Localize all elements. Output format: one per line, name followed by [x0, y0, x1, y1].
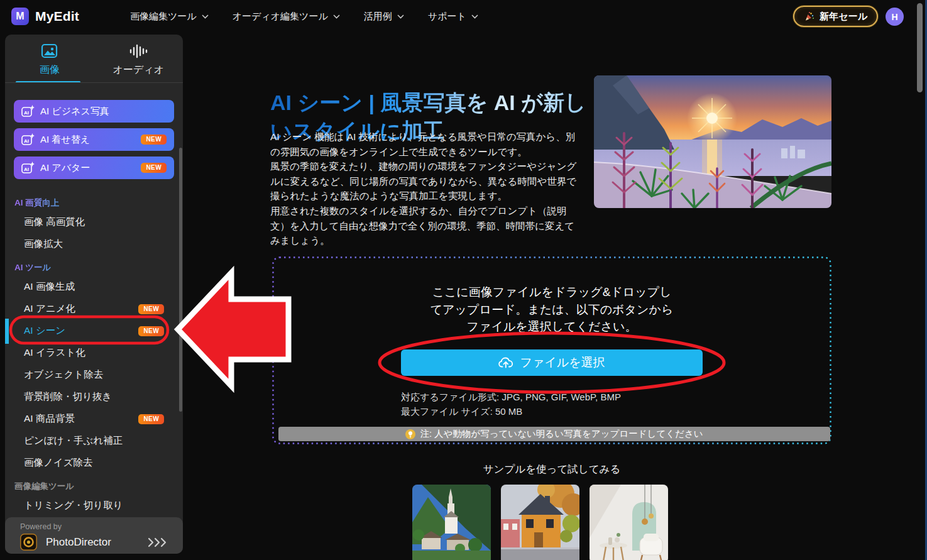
sidebar-item-denoise[interactable]: 画像ノイズ除去 [5, 452, 183, 474]
upload-note-bar: 注: 人や動物が写っていない明るい写真をアップロードしてください [278, 427, 830, 441]
promo-ai-outfit[interactable]: AI AI 着せ替え NEW [14, 128, 174, 151]
nav-item-audio-tools[interactable]: オーディオ編集ツール [233, 11, 340, 23]
tab-image[interactable]: 画像 [5, 35, 94, 83]
sidebar-item-product-bg[interactable]: AI 商品背景 NEW [5, 408, 183, 430]
svg-text:AI: AI [24, 138, 29, 144]
sidebar-item-crop[interactable]: トリミング・切り取り [5, 495, 183, 517]
tab-audio[interactable]: オーディオ [94, 35, 184, 83]
sidebar-item-ai-anime[interactable]: AI アニメ化 NEW [5, 298, 183, 320]
page-scrollbar[interactable] [917, 3, 923, 92]
nav-menus: 画像編集ツール オーディオ編集ツール 活用例 サポート [130, 0, 478, 33]
new-badge: NEW [138, 414, 164, 424]
chevron-down-icon [333, 14, 340, 19]
photodirector-icon [20, 534, 37, 551]
promo-ai-avatar[interactable]: AI AI アバター NEW [14, 156, 174, 179]
new-badge: NEW [138, 326, 164, 336]
new-year-sale-button[interactable]: 新年セール [793, 6, 878, 27]
svg-text:AI: AI [24, 110, 29, 116]
hero-image-sunset-beach [594, 75, 831, 208]
sidebar-tabs: 画像 オーディオ [5, 35, 183, 83]
brand-name: MyEdit [35, 9, 79, 24]
sidebar-item-deblur[interactable]: ピンぼけ・手ぶれ補正 [5, 430, 183, 452]
sidebar-item-bg-removal[interactable]: 背景削除・切り抜き [5, 386, 183, 408]
powered-by-label: Powered by [20, 522, 183, 531]
promo-ai-business-photo[interactable]: AI AI ビジネス写真 [14, 100, 174, 123]
section-list-ai-quality: 画像 高画質化 画像拡大 [5, 211, 183, 255]
promo-buttons: AI AI ビジネス写真 AI AI 着せ替え NEW AI AI アバター N… [14, 100, 174, 179]
dropzone-instructions: ここに画像ファイルをドラッグ&ドロップし てアップロード。または、以下のボタンか… [272, 283, 831, 336]
active-item-indicator [5, 319, 9, 344]
description-paragraph: AI シーン 機能は AI 技術により、元となる風景や日常の写真から、別の雰囲気… [270, 129, 584, 159]
sample-image-alpine-village[interactable] [412, 485, 491, 560]
nav-item-image-tools[interactable]: 画像編集ツール [130, 11, 209, 23]
sample-image-interior-arch[interactable] [590, 485, 668, 560]
section-title-ai-quality: AI 画質向上 [14, 197, 59, 207]
sidebar-scrollbar[interactable] [179, 148, 182, 412]
nav-item-support[interactable]: サポート [428, 11, 478, 23]
audio-waveform-icon [128, 43, 148, 60]
cloud-upload-icon [498, 356, 513, 369]
new-badge: NEW [138, 304, 164, 314]
chevron-down-icon [397, 14, 404, 19]
triple-chevron-icon [148, 537, 169, 547]
file-format-info: 対応するファイル形式: JPG, PNG, GIF, WebP, BMP 最大フ… [401, 390, 621, 419]
samples-heading: サンプルを使って試してみる [272, 463, 831, 476]
sidebar-item-ai-scene[interactable]: AI シーン NEW [5, 320, 183, 342]
sidebar: 画像 オーディオ AI A [5, 35, 183, 554]
section-title-edit-tools: 画像編集ツール [14, 481, 74, 491]
sidebar-item-ai-image-gen[interactable]: AI 画像生成 [5, 276, 183, 298]
top-navbar: M MyEdit 画像編集ツール オーディオ編集ツール 活用例 サポート [0, 0, 927, 33]
chevron-down-icon [202, 14, 209, 19]
select-file-button[interactable]: ファイルを選択 [401, 349, 703, 376]
sidebar-item-object-removal[interactable]: オブジェクト除去 [5, 364, 183, 386]
myedit-logo-icon: M [11, 8, 29, 25]
section-list-edit-tools: トリミング・切り取り [5, 495, 183, 517]
lightbulb-icon [405, 429, 415, 439]
tabs-divider [5, 82, 183, 83]
section-list-ai-tools: AI 画像生成 AI アニメ化 NEW AI シーン NEW AI イラスト化 … [5, 276, 183, 474]
ai-sparkle-icon: AI [21, 162, 35, 174]
chevron-down-icon [471, 14, 478, 19]
svg-text:AI: AI [24, 167, 29, 172]
ai-sparkle-icon: AI [21, 133, 35, 146]
new-badge: NEW [141, 135, 167, 145]
party-popper-icon [804, 11, 815, 22]
image-icon [41, 43, 58, 60]
sidebar-item-upscale[interactable]: 画像拡大 [5, 233, 183, 255]
section-title-ai-tools: AI ツール [14, 262, 51, 272]
max-file-size: 最大ファイル サイズ: 50 MB [401, 404, 621, 419]
sample-image-orange-house[interactable] [501, 485, 579, 560]
feature-description: AI シーン 機能は AI 技術により、元となる風景や日常の写真から、別の雰囲気… [270, 129, 584, 248]
description-paragraph: 用意された複数のスタイルを選択するか、自分でプロンプト（説明文）を入力して自由な… [270, 204, 584, 248]
ai-sparkle-icon: AI [21, 105, 35, 118]
nav-item-use-cases[interactable]: 活用例 [364, 11, 404, 23]
photodirector-label: PhotoDirector [46, 536, 111, 549]
sidebar-item-enhance[interactable]: 画像 高画質化 [5, 211, 183, 233]
description-paragraph: 風景の季節を変えたり、建物の周りの環境をファンタジーやジャングルに変えるなど、同… [270, 159, 584, 204]
user-avatar[interactable]: H [886, 8, 904, 26]
new-badge: NEW [141, 163, 167, 173]
sidebar-item-ai-illustration[interactable]: AI イラスト化 [5, 342, 183, 364]
brand[interactable]: M MyEdit [11, 8, 79, 25]
sidebar-footer[interactable]: Powered by PhotoDirector [5, 517, 183, 554]
supported-formats: 対応するファイル形式: JPG, PNG, GIF, WebP, BMP [401, 390, 621, 404]
